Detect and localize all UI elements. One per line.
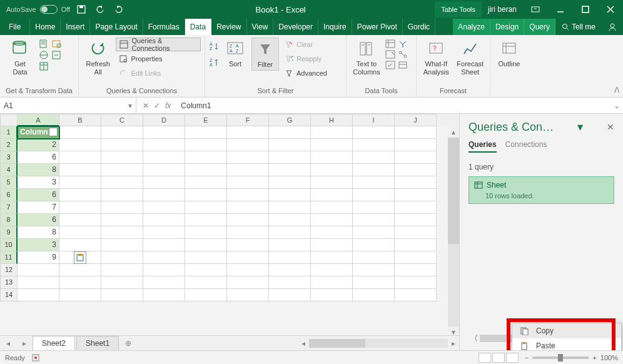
cell-H3[interactable] (311, 151, 353, 164)
edit-links-button[interactable]: Edit Links (116, 66, 201, 80)
cell-D3[interactable] (143, 151, 185, 164)
data-model-icon[interactable] (398, 60, 408, 70)
cell-A7[interactable]: 7 (18, 201, 59, 214)
outline-button[interactable]: Outline (494, 38, 524, 69)
recent-sources-icon[interactable] (51, 39, 61, 49)
col-header-I[interactable]: I (353, 114, 395, 126)
cell-B9[interactable] (59, 226, 101, 239)
cell-B7[interactable] (59, 201, 101, 214)
cell-D5[interactable] (143, 176, 185, 189)
cell-D13[interactable] (143, 276, 185, 289)
col-header-H[interactable]: H (311, 114, 353, 126)
cell-F12[interactable] (227, 264, 269, 276)
filter-dropdown-icon[interactable]: ▾ (49, 128, 58, 136)
cell-J8[interactable] (395, 214, 437, 226)
cell-C13[interactable] (101, 276, 143, 289)
share-icon[interactable] (602, 19, 623, 35)
cell-G10[interactable] (269, 239, 311, 251)
spreadsheet-grid[interactable]: A B C D E F G H I J 1Column1▾22364853667… (0, 114, 460, 350)
cell-J2[interactable] (395, 139, 437, 151)
cell-J6[interactable] (395, 189, 437, 201)
cell-E11[interactable] (185, 251, 227, 264)
cell-G9[interactable] (269, 226, 311, 239)
tab-powerpivot[interactable]: Power Pivot (352, 19, 403, 35)
cell-I6[interactable] (353, 189, 395, 201)
hscroll-track[interactable] (309, 339, 448, 348)
autosave-toggle[interactable] (40, 5, 58, 14)
cell-I4[interactable] (353, 164, 395, 176)
cell-H13[interactable] (311, 276, 353, 289)
sort-az-icon[interactable]: AZ (209, 41, 219, 51)
cell-A10[interactable]: 3 (18, 239, 59, 251)
row-header-1[interactable]: 1 (0, 126, 18, 139)
cell-A11[interactable]: 9 (18, 251, 59, 264)
cell-F8[interactable] (227, 214, 269, 226)
cell-F2[interactable] (227, 139, 269, 151)
add-sheet-icon[interactable]: ⊕ (120, 339, 136, 348)
cell-E6[interactable] (185, 189, 227, 201)
expand-formula-icon[interactable]: ⌄ (610, 101, 623, 110)
cell-C2[interactable] (101, 139, 143, 151)
cell-E4[interactable] (185, 164, 227, 176)
cell-C12[interactable] (101, 264, 143, 276)
what-if-button[interactable]: ? What-If Analysis (420, 38, 452, 77)
cell-G4[interactable] (269, 164, 311, 176)
cell-H14[interactable] (311, 289, 353, 301)
cell-B4[interactable] (59, 164, 101, 176)
ctx-copy[interactable]: Copy (512, 323, 621, 338)
cell-G2[interactable] (269, 139, 311, 151)
cell-J9[interactable] (395, 226, 437, 239)
maximize-icon[interactable] (573, 0, 598, 19)
cell-H1[interactable] (311, 126, 353, 139)
collapse-ribbon-icon[interactable]: ᐱ (614, 86, 619, 94)
cell-I14[interactable] (353, 289, 395, 301)
cell-A13[interactable] (18, 276, 59, 289)
cell-E10[interactable] (185, 239, 227, 251)
cell-B10[interactable] (59, 239, 101, 251)
fx-icon[interactable]: fx (165, 101, 171, 110)
cell-A9[interactable]: 8 (18, 226, 59, 239)
data-validation-icon[interactable] (385, 60, 395, 70)
cell-E3[interactable] (185, 151, 227, 164)
view-break-icon[interactable] (506, 353, 519, 363)
cell-J12[interactable] (395, 264, 437, 276)
queries-connections-button[interactable]: Queries & Connections (116, 38, 201, 51)
close-icon[interactable] (598, 0, 623, 19)
panel-tab-queries[interactable]: Queries (469, 140, 497, 153)
cell-F14[interactable] (227, 289, 269, 301)
from-web-icon[interactable] (39, 50, 49, 60)
cell-E1[interactable] (185, 126, 227, 139)
text-to-columns-button[interactable]: Text to Columns (350, 38, 383, 77)
cell-J13[interactable] (395, 276, 437, 289)
from-text-icon[interactable] (39, 39, 49, 49)
select-all-corner[interactable] (0, 114, 18, 126)
tab-formulas[interactable]: Formulas (143, 19, 185, 35)
col-header-J[interactable]: J (395, 114, 437, 126)
cell-H9[interactable] (311, 226, 353, 239)
cell-E14[interactable] (185, 289, 227, 301)
cell-B12[interactable] (59, 264, 101, 276)
cell-H8[interactable] (311, 214, 353, 226)
cell-I10[interactable] (353, 239, 395, 251)
col-header-C[interactable]: C (101, 114, 143, 126)
cell-H10[interactable] (311, 239, 353, 251)
cell-J14[interactable] (395, 289, 437, 301)
cell-C6[interactable] (101, 189, 143, 201)
col-header-E[interactable]: E (185, 114, 227, 126)
formula-input[interactable]: Column1 (177, 101, 610, 110)
cell-F6[interactable] (227, 189, 269, 201)
cell-D1[interactable] (143, 126, 185, 139)
properties-button[interactable]: Properties (116, 52, 201, 66)
cell-E13[interactable] (185, 276, 227, 289)
row-header-3[interactable]: 3 (0, 151, 18, 164)
cell-G11[interactable] (269, 251, 311, 264)
cancel-formula-icon[interactable]: ✕ (143, 101, 149, 110)
col-header-A[interactable]: A (18, 114, 59, 126)
tab-data[interactable]: Data (185, 19, 211, 35)
cell-H6[interactable] (311, 189, 353, 201)
reapply-button[interactable]: Reapply (281, 52, 330, 66)
cell-I1[interactable] (353, 126, 395, 139)
remove-dup-icon[interactable] (385, 49, 395, 59)
cell-I8[interactable] (353, 214, 395, 226)
cell-A2[interactable]: 2 (18, 139, 59, 151)
